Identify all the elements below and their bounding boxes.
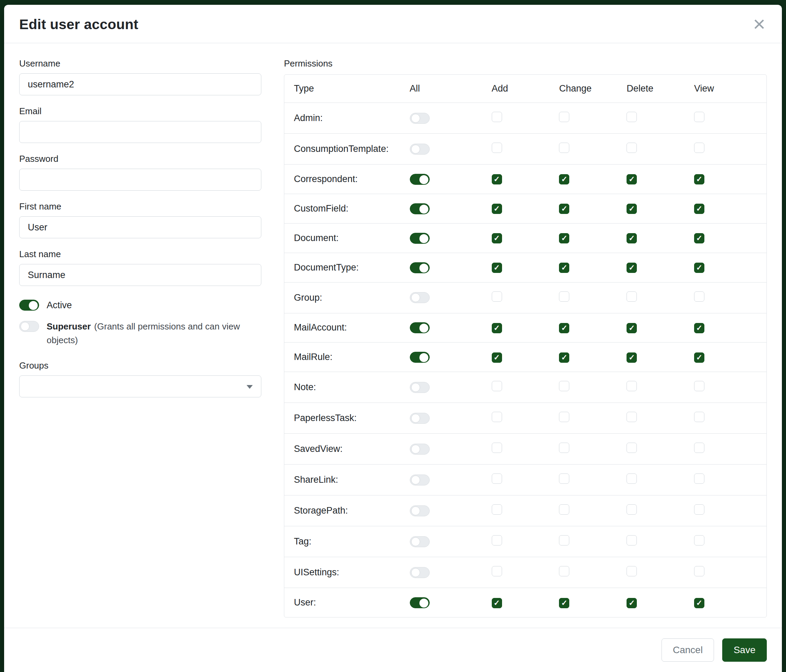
permission-delete-checkbox[interactable]: ✓ — [627, 204, 637, 214]
permission-delete-checkbox[interactable]: ✓ — [627, 323, 637, 333]
permission-change-checkbox[interactable] — [559, 291, 569, 302]
permission-all-toggle[interactable] — [410, 444, 430, 455]
permission-change-checkbox[interactable] — [559, 474, 569, 484]
first-name-field[interactable] — [19, 216, 261, 238]
permission-change-checkbox[interactable] — [559, 381, 569, 391]
permission-add-checkbox[interactable]: ✓ — [492, 323, 502, 333]
permission-all-toggle[interactable] — [410, 174, 430, 185]
permission-delete-checkbox[interactable] — [627, 504, 637, 515]
permission-all-toggle[interactable] — [410, 597, 430, 608]
permission-view-checkbox[interactable] — [694, 443, 704, 453]
password-field[interactable] — [19, 169, 261, 191]
permission-all-cell — [410, 165, 492, 194]
active-toggle[interactable] — [19, 300, 39, 311]
permission-view-checkbox[interactable] — [694, 112, 704, 122]
permission-all-toggle[interactable] — [410, 474, 430, 485]
username-input[interactable] — [19, 73, 261, 95]
permission-change-checkbox[interactable] — [559, 566, 569, 576]
permission-add-checkbox[interactable]: ✓ — [492, 174, 502, 184]
permission-view-checkbox[interactable]: ✓ — [694, 263, 704, 273]
permission-delete-checkbox[interactable]: ✓ — [627, 263, 637, 273]
permission-change-checkbox[interactable]: ✓ — [559, 174, 569, 184]
permission-view-checkbox[interactable] — [694, 381, 704, 391]
permission-add-checkbox[interactable] — [492, 381, 502, 391]
permission-view-checkbox[interactable] — [694, 143, 704, 153]
permission-view-checkbox[interactable] — [694, 291, 704, 302]
permission-all-toggle[interactable] — [410, 382, 430, 393]
permission-delete-checkbox[interactable]: ✓ — [627, 352, 637, 363]
permission-view-checkbox[interactable]: ✓ — [694, 204, 704, 214]
permission-all-toggle[interactable] — [410, 322, 430, 333]
permission-view-checkbox[interactable] — [694, 504, 704, 515]
permission-change-checkbox[interactable] — [559, 535, 569, 545]
permission-all-toggle[interactable] — [410, 292, 430, 303]
permission-all-toggle[interactable] — [410, 567, 430, 578]
permission-change-checkbox[interactable] — [559, 143, 569, 153]
permission-change-checkbox[interactable] — [559, 412, 569, 422]
permission-change-checkbox[interactable]: ✓ — [559, 352, 569, 363]
permission-all-toggle[interactable] — [410, 536, 430, 547]
permission-add-checkbox[interactable] — [492, 412, 502, 422]
permission-all-toggle[interactable] — [410, 144, 430, 155]
permission-delete-checkbox[interactable] — [627, 291, 637, 302]
permission-delete-checkbox[interactable] — [627, 474, 637, 484]
permission-all-toggle[interactable] — [410, 203, 430, 214]
permission-add-checkbox[interactable]: ✓ — [492, 204, 502, 214]
permission-change-checkbox[interactable] — [559, 443, 569, 453]
permission-add-checkbox[interactable]: ✓ — [492, 598, 502, 608]
permission-view-checkbox[interactable] — [694, 474, 704, 484]
permission-change-checkbox[interactable]: ✓ — [559, 233, 569, 243]
permission-delete-checkbox[interactable] — [627, 112, 637, 122]
groups-select[interactable] — [19, 375, 261, 397]
permission-delete-checkbox[interactable] — [627, 412, 637, 422]
permission-all-toggle[interactable] — [410, 262, 430, 273]
permission-add-checkbox[interactable] — [492, 566, 502, 576]
permission-add-checkbox[interactable] — [492, 535, 502, 545]
permission-all-toggle[interactable] — [410, 506, 430, 517]
permission-change-checkbox[interactable] — [559, 504, 569, 515]
permission-add-checkbox[interactable] — [492, 112, 502, 122]
last-name-field[interactable] — [19, 264, 261, 286]
permission-delete-checkbox[interactable]: ✓ — [627, 598, 637, 608]
cancel-button[interactable]: Cancel — [662, 638, 714, 662]
permission-delete-checkbox[interactable] — [627, 566, 637, 576]
permission-all-toggle[interactable] — [410, 233, 430, 244]
permission-delete-checkbox[interactable] — [627, 381, 637, 391]
permission-delete-checkbox[interactable] — [627, 443, 637, 453]
close-icon[interactable]: × — [752, 16, 767, 31]
email-field[interactable] — [19, 121, 261, 143]
permission-change-checkbox[interactable] — [559, 112, 569, 122]
permission-delete-checkbox[interactable]: ✓ — [627, 233, 637, 243]
permission-view-checkbox[interactable]: ✓ — [694, 352, 704, 363]
permission-add-checkbox[interactable] — [492, 474, 502, 484]
permission-all-toggle[interactable] — [410, 352, 430, 363]
permission-all-cell — [410, 282, 492, 313]
permission-add-checkbox[interactable] — [492, 443, 502, 453]
permission-delete-checkbox[interactable] — [627, 143, 637, 153]
permission-view-cell: ✓ — [694, 588, 766, 617]
permission-add-checkbox[interactable]: ✓ — [492, 352, 502, 363]
permission-view-checkbox[interactable] — [694, 535, 704, 545]
permission-view-checkbox[interactable]: ✓ — [694, 174, 704, 184]
permission-view-checkbox[interactable] — [694, 412, 704, 422]
permission-delete-checkbox[interactable] — [627, 535, 637, 545]
superuser-toggle[interactable] — [19, 321, 39, 332]
permission-change-checkbox[interactable]: ✓ — [559, 204, 569, 214]
permission-change-checkbox[interactable]: ✓ — [559, 263, 569, 273]
permission-view-checkbox[interactable]: ✓ — [694, 233, 704, 243]
save-button[interactable]: Save — [722, 638, 767, 662]
permission-delete-checkbox[interactable]: ✓ — [627, 174, 637, 184]
permission-add-checkbox[interactable]: ✓ — [492, 263, 502, 273]
permission-view-checkbox[interactable] — [694, 566, 704, 576]
permission-all-toggle[interactable] — [410, 413, 430, 424]
permission-change-checkbox[interactable]: ✓ — [559, 598, 569, 608]
permission-view-checkbox[interactable]: ✓ — [694, 323, 704, 333]
permission-add-checkbox[interactable] — [492, 291, 502, 302]
permission-add-checkbox[interactable] — [492, 504, 502, 515]
permission-view-checkbox[interactable]: ✓ — [694, 598, 704, 608]
permission-change-checkbox[interactable]: ✓ — [559, 323, 569, 333]
permission-add-checkbox[interactable]: ✓ — [492, 233, 502, 243]
permission-add-checkbox[interactable] — [492, 143, 502, 153]
permission-all-toggle[interactable] — [410, 113, 430, 124]
permission-add-cell: ✓ — [492, 313, 559, 342]
